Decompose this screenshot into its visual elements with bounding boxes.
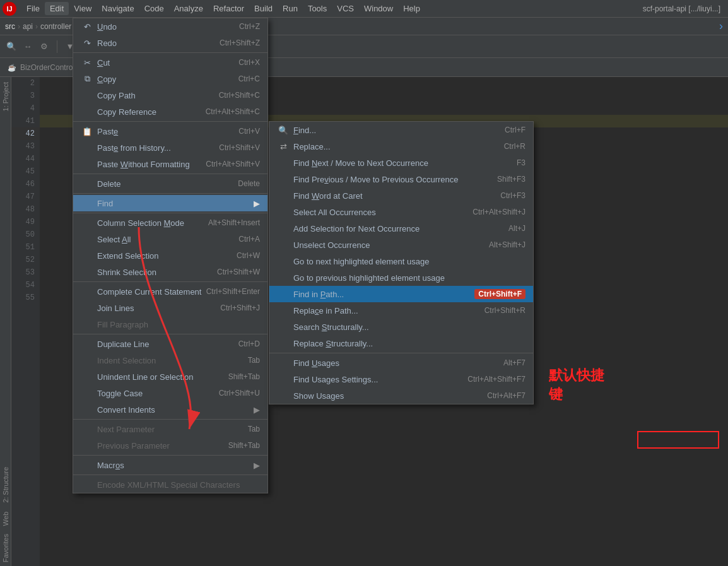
menu-sep-2 bbox=[73, 121, 267, 122]
find-icon: 🔍 bbox=[277, 126, 290, 135]
menu-dup-line[interactable]: Duplicate Line Ctrl+D bbox=[73, 336, 267, 352]
sidebar-project[interactable]: 1: Project bbox=[1, 77, 11, 116]
app-logo: IJ bbox=[3, 2, 16, 16]
menu-toggle-case[interactable]: Toggle Case Ctrl+Shift+U bbox=[73, 385, 267, 401]
menu-convert-ind[interactable]: Convert Indents ▶ bbox=[73, 401, 267, 418]
breadcrumb-arrow: › bbox=[719, 20, 723, 33]
line-54: 54 bbox=[11, 279, 40, 292]
submenu-unselect-occ[interactable]: Unselect Occurrence Alt+Shift+J bbox=[269, 237, 533, 253]
vertical-sidebar: 1: Project 2: Structure Web Favorites bbox=[0, 77, 11, 566]
submenu-find-usages[interactable]: Find Usages Alt+F7 bbox=[269, 355, 533, 371]
submenu-go-next-highlight[interactable]: Go to next highlighted element usage bbox=[269, 253, 533, 269]
submenu-find-next[interactable]: Find Next / Move to Next Occurrence F3 bbox=[269, 155, 533, 171]
search-icon[interactable]: 🔍 bbox=[5, 40, 18, 53]
menu-indent-sel: Indent Selection Tab bbox=[73, 352, 267, 368]
menu-refactor[interactable]: Refactor bbox=[208, 2, 249, 15]
app-title: scf-portal-api [.../liuyi...] bbox=[643, 4, 725, 13]
copy-icon: ⧉ bbox=[81, 74, 93, 84]
line-42: 42 bbox=[11, 127, 40, 140]
submenu-go-prev-highlight[interactable]: Go to previous highlighted element usage bbox=[269, 269, 533, 286]
menu-sep-3 bbox=[73, 174, 267, 174]
menu-help[interactable]: Help bbox=[398, 2, 425, 15]
line-3: 3 bbox=[11, 90, 40, 102]
menu-paste-no-format[interactable]: Paste Without Formatting Ctrl+Alt+Shift+… bbox=[73, 156, 267, 172]
menu-find[interactable]: Find ▶ bbox=[73, 195, 267, 211]
menu-file[interactable]: File bbox=[21, 2, 45, 15]
menu-select-all[interactable]: Select All Ctrl+A bbox=[73, 231, 267, 247]
submenu-find[interactable]: 🔍 Find... Ctrl+F bbox=[269, 122, 533, 138]
submenu-find-word[interactable]: Find Word at Caret Ctrl+F3 bbox=[269, 187, 533, 204]
toolbar-separator bbox=[57, 40, 57, 53]
menu-next-param: Next Parameter Tab bbox=[73, 421, 267, 437]
line-49: 49 bbox=[11, 216, 40, 228]
breadcrumb-controller[interactable]: controller bbox=[40, 22, 71, 31]
menu-redo[interactable]: ↷ Redo Ctrl+Shift+Z bbox=[73, 35, 267, 51]
menu-edit[interactable]: Edit bbox=[45, 2, 69, 15]
menu-tools[interactable]: Tools bbox=[303, 2, 332, 15]
submenu-select-all-occ[interactable]: Select All Occurrences Ctrl+Alt+Shift+J bbox=[269, 204, 533, 220]
convert-ind-arrow: ▶ bbox=[254, 405, 260, 415]
submenu-find-usages-settings[interactable]: Find Usages Settings... Ctrl+Alt+Shift+F… bbox=[269, 371, 533, 387]
menu-col-select[interactable]: Column Selection Mode Alt+Shift+Insert bbox=[73, 215, 267, 231]
menu-fill-para: Fill Paragraph bbox=[73, 316, 267, 333]
line-55: 55 bbox=[11, 292, 40, 304]
sidebar-structure[interactable]: 2: Structure bbox=[1, 462, 11, 508]
menu-window[interactable]: Window bbox=[359, 2, 398, 15]
menu-vcs[interactable]: VCS bbox=[332, 2, 359, 15]
submenu-show-usages[interactable]: Show Usages Ctrl+Alt+F7 bbox=[269, 387, 533, 404]
menu-copy-path[interactable]: Copy Path Ctrl+Shift+C bbox=[73, 87, 267, 103]
menu-sep-9 bbox=[73, 455, 267, 456]
menu-extend-sel[interactable]: Extend Selection Ctrl+W bbox=[73, 247, 267, 264]
menu-build[interactable]: Build bbox=[249, 2, 278, 15]
menu-delete[interactable]: Delete Delete bbox=[73, 175, 267, 192]
menu-view[interactable]: View bbox=[69, 2, 97, 15]
menu-copy[interactable]: ⧉ Copy Ctrl+C bbox=[73, 71, 267, 87]
breadcrumb-sep-2: › bbox=[35, 22, 38, 31]
menu-navigate[interactable]: Navigate bbox=[97, 2, 139, 15]
line-44: 44 bbox=[11, 153, 40, 165]
line-46: 46 bbox=[11, 178, 40, 191]
menu-paste[interactable]: 📋 Paste Ctrl+V bbox=[73, 123, 267, 139]
menu-shrink-sel[interactable]: Shrink Selection Ctrl+Shift+W bbox=[73, 264, 267, 280]
menu-sep-5 bbox=[73, 213, 267, 213]
breadcrumb-sep-1: › bbox=[18, 22, 20, 31]
filter-icon[interactable]: ⚙ bbox=[38, 40, 50, 53]
sidebar-favorites[interactable]: Favorites bbox=[1, 530, 11, 566]
line-52: 52 bbox=[11, 254, 40, 266]
breadcrumb-src[interactable]: src bbox=[5, 22, 15, 31]
line-41: 41 bbox=[11, 115, 40, 127]
submenu-replace-struct[interactable]: Replace Structurally... bbox=[269, 335, 533, 351]
submenu-sep-1 bbox=[269, 353, 533, 353]
breadcrumb-api[interactable]: api bbox=[23, 22, 33, 31]
sidebar-web[interactable]: Web bbox=[1, 508, 11, 529]
menu-sep-7 bbox=[73, 334, 267, 334]
menu-undo[interactable]: ↶ Undo Ctrl+Z bbox=[73, 18, 267, 35]
menu-sep-8 bbox=[73, 419, 267, 420]
menu-join-lines[interactable]: Join Lines Ctrl+Shift+J bbox=[73, 300, 267, 316]
submenu-find-in-path[interactable]: Find in Path... Ctrl+Shift+F bbox=[269, 286, 533, 302]
menu-run[interactable]: Run bbox=[278, 2, 303, 15]
submenu-add-sel-next[interactable]: Add Selection for Next Occurrence Alt+J bbox=[269, 220, 533, 237]
macros-arrow: ▶ bbox=[254, 461, 260, 470]
find-submenu: 🔍 Find... Ctrl+F ⇄ Replace... Ctrl+R Fin… bbox=[269, 121, 534, 404]
menu-code[interactable]: Code bbox=[139, 2, 169, 15]
menu-macros[interactable]: Macros ▶ bbox=[73, 457, 267, 473]
menu-cut[interactable]: ✂ Cut Ctrl+X bbox=[73, 54, 267, 71]
menu-unindent[interactable]: Unindent Line or Selection Shift+Tab bbox=[73, 368, 267, 385]
submenu-replace[interactable]: ⇄ Replace... Ctrl+R bbox=[269, 138, 533, 155]
menu-prev-param: Previous Parameter Shift+Tab bbox=[73, 437, 267, 454]
menu-complete[interactable]: Complete Current Statement Ctrl+Shift+En… bbox=[73, 283, 267, 300]
submenu-search-struct[interactable]: Search Structurally... bbox=[269, 319, 533, 335]
menu-copy-ref[interactable]: Copy Reference Ctrl+Alt+Shift+C bbox=[73, 103, 267, 120]
line-4: 4 bbox=[11, 102, 40, 115]
line-47: 47 bbox=[11, 191, 40, 203]
submenu-replace-in-path[interactable]: Replace in Path... Ctrl+Shift+R bbox=[269, 302, 533, 319]
menu-paste-history[interactable]: Paste from History... Ctrl+Shift+V bbox=[73, 139, 267, 156]
line-50: 50 bbox=[11, 228, 40, 241]
menu-analyze[interactable]: Analyze bbox=[169, 2, 208, 15]
tab-java-icon-1: ☕ bbox=[8, 64, 16, 72]
submenu-find-prev[interactable]: Find Previous / Move to Previous Occurre… bbox=[269, 171, 533, 187]
undo-icon: ↶ bbox=[81, 22, 93, 32]
line-2: 2 bbox=[11, 77, 40, 90]
replace-icon[interactable]: ↔ bbox=[21, 40, 34, 53]
